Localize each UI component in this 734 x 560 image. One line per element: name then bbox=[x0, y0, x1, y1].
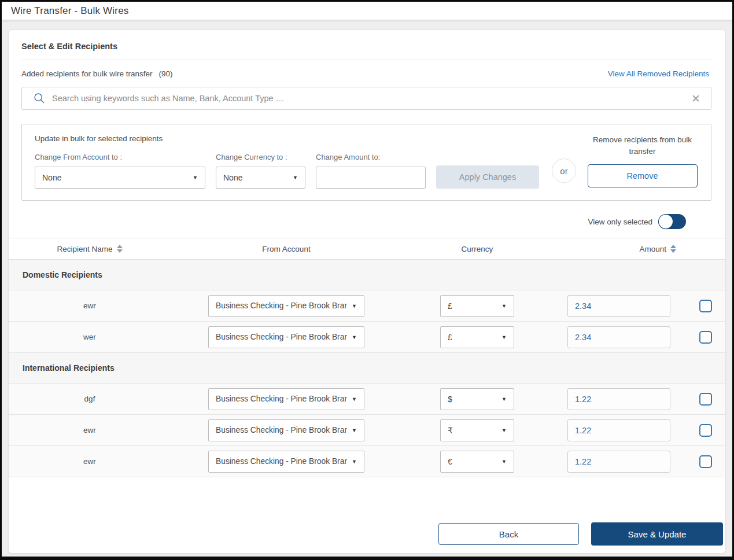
chevron-down-icon: ▼ bbox=[352, 459, 357, 465]
column-amount: Amount bbox=[639, 245, 666, 253]
row-checkbox[interactable] bbox=[699, 455, 712, 468]
row-checkbox[interactable] bbox=[699, 393, 712, 406]
table-row: wer Business Checking - Pine Brook Bran … bbox=[9, 322, 725, 353]
row-checkbox[interactable] bbox=[699, 331, 712, 344]
added-recipients-count: (90) bbox=[159, 69, 173, 78]
page-title: Wire Transfer - Bulk Wires bbox=[11, 5, 129, 17]
chevron-down-icon: ▼ bbox=[501, 459, 507, 465]
currency-select[interactable]: $ ▼ bbox=[440, 388, 514, 410]
view-removed-recipients-link[interactable]: View All Removed Recipients bbox=[608, 69, 709, 78]
change-currency-select[interactable]: None ▼ bbox=[216, 167, 305, 189]
amount-input[interactable] bbox=[567, 388, 670, 410]
from-account-select[interactable]: Business Checking - Pine Brook Bran ▼ bbox=[208, 419, 364, 441]
chevron-down-icon: ▼ bbox=[352, 334, 357, 340]
chevron-down-icon: ▼ bbox=[501, 428, 507, 433]
column-currency: Currency bbox=[462, 245, 493, 253]
recipient-name: dgf bbox=[84, 395, 95, 403]
change-currency-field: Change Currency to : None ▼ bbox=[216, 153, 305, 189]
recipient-group-header: Domestic Recipients bbox=[9, 260, 725, 290]
save-update-button[interactable]: Save & Update bbox=[591, 522, 723, 546]
remove-button[interactable]: Remove bbox=[588, 164, 698, 187]
table-row: ewr Business Checking - Pine Brook Bran … bbox=[9, 415, 725, 446]
currency-select[interactable]: £ ▼ bbox=[440, 326, 514, 348]
change-from-account-select[interactable]: None ▼ bbox=[35, 167, 205, 189]
from-account-select[interactable]: Business Checking - Pine Brook Bran ▼ bbox=[208, 388, 364, 410]
clear-search-icon[interactable]: ✕ bbox=[689, 93, 703, 104]
from-account-select[interactable]: Business Checking - Pine Brook Bran ▼ bbox=[208, 451, 364, 473]
search-box[interactable]: ✕ bbox=[21, 87, 711, 110]
remove-recipients-label: Remove recipients from bulk transfer bbox=[591, 134, 695, 157]
chevron-down-icon: ▼ bbox=[501, 334, 507, 340]
chevron-down-icon: ▼ bbox=[293, 175, 298, 180]
view-only-selected-toggle[interactable] bbox=[658, 214, 686, 229]
recipients-table: Recipient Name From Account Currency Amo… bbox=[9, 238, 725, 477]
amount-input[interactable] bbox=[567, 295, 670, 317]
table-header: Recipient Name From Account Currency Amo… bbox=[9, 238, 725, 260]
recipient-group-header: International Recipients bbox=[9, 353, 725, 384]
card-header: Select & Edit Recipients bbox=[9, 30, 725, 60]
table-row: ewr Business Checking - Pine Brook Bran … bbox=[9, 290, 725, 322]
change-amount-field: Change Amount to: bbox=[316, 153, 426, 189]
currency-select[interactable]: € ▼ bbox=[440, 451, 514, 473]
bulk-update-fields: Update in bulk for selected recipients C… bbox=[35, 134, 539, 189]
recipient-name: ewr bbox=[83, 301, 96, 310]
row-checkbox[interactable] bbox=[699, 300, 712, 312]
apply-changes-button[interactable]: Apply Changes bbox=[436, 165, 539, 189]
search-icon bbox=[34, 93, 45, 104]
recipient-name: ewr bbox=[83, 457, 96, 466]
amount-input[interactable] bbox=[567, 419, 670, 441]
change-from-account-label: Change From Account to : bbox=[35, 153, 205, 161]
row-checkbox[interactable] bbox=[699, 424, 712, 437]
change-currency-label: Change Currency to : bbox=[216, 153, 305, 161]
amount-input[interactable] bbox=[567, 326, 670, 348]
page-body: Select & Edit Recipients Added recipient… bbox=[2, 20, 732, 557]
chevron-down-icon: ▼ bbox=[352, 396, 357, 402]
view-only-selected-row: View only selected bbox=[9, 201, 725, 238]
table-row: ewr Business Checking - Pine Brook Bran … bbox=[9, 446, 725, 477]
currency-select[interactable]: ₹ ▼ bbox=[440, 419, 514, 441]
bulk-update-title: Update in bulk for selected recipients bbox=[35, 134, 539, 143]
search-input[interactable] bbox=[52, 94, 689, 103]
chevron-down-icon: ▼ bbox=[352, 303, 357, 309]
section-title: Select & Edit Recipients bbox=[21, 42, 713, 51]
change-amount-input[interactable] bbox=[316, 167, 426, 189]
sort-icon-amount[interactable] bbox=[670, 245, 676, 253]
recipient-name: ewr bbox=[83, 426, 96, 434]
added-recipients-label: Added recipients for bulk wire transfer bbox=[21, 69, 153, 78]
added-recipients-row: Added recipients for bulk wire transfer … bbox=[9, 60, 725, 78]
change-amount-label: Change Amount to: bbox=[316, 153, 426, 161]
from-account-select[interactable]: Business Checking - Pine Brook Bran ▼ bbox=[208, 295, 364, 317]
table-body: Domestic Recipients ewr Business Checkin… bbox=[9, 260, 725, 477]
from-account-select[interactable]: Business Checking - Pine Brook Bran ▼ bbox=[208, 326, 364, 348]
app-window: Wire Transfer - Bulk Wires Select & Edit… bbox=[0, 0, 734, 560]
amount-input[interactable] bbox=[567, 451, 670, 473]
chevron-down-icon: ▼ bbox=[501, 396, 507, 402]
recipients-card: Select & Edit Recipients Added recipient… bbox=[8, 30, 726, 554]
view-only-selected-label: View only selected bbox=[588, 218, 652, 226]
column-recipient-name: Recipient Name bbox=[57, 245, 112, 253]
sort-icon-recipient-name[interactable] bbox=[117, 245, 123, 253]
currency-select[interactable]: £ ▼ bbox=[440, 295, 514, 317]
bulk-update-panel: Update in bulk for selected recipients C… bbox=[21, 124, 711, 201]
footer-actions: Back Save & Update bbox=[9, 515, 725, 553]
chevron-down-icon: ▼ bbox=[501, 303, 507, 309]
toggle-knob bbox=[659, 215, 673, 229]
back-button[interactable]: Back bbox=[438, 523, 579, 545]
column-from-account: From Account bbox=[262, 245, 310, 253]
or-separator: or bbox=[552, 159, 576, 183]
chevron-down-icon: ▼ bbox=[193, 175, 198, 180]
recipient-name: wer bbox=[83, 333, 96, 341]
remove-recipients-group: Remove recipients from bulk transfer Rem… bbox=[587, 134, 698, 189]
chevron-down-icon: ▼ bbox=[352, 428, 357, 433]
table-row: dgf Business Checking - Pine Brook Bran … bbox=[9, 384, 725, 415]
change-from-account-field: Change From Account to : None ▼ bbox=[35, 153, 205, 189]
page-titlebar: Wire Transfer - Bulk Wires bbox=[2, 2, 732, 20]
